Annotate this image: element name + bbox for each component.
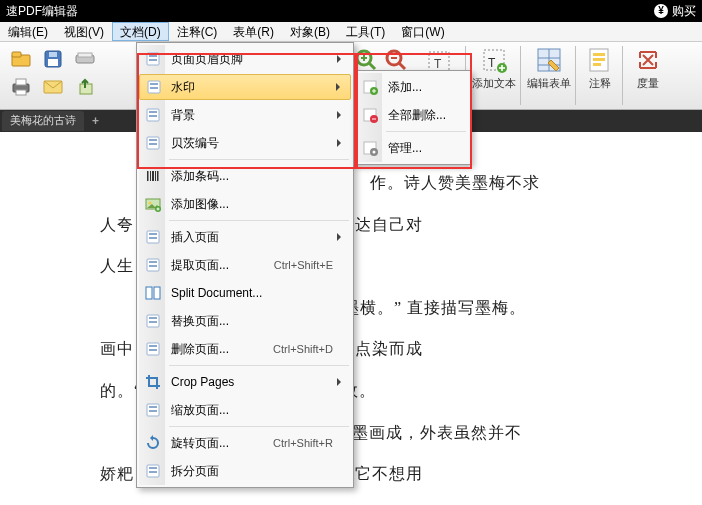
header-footer-icon [144,50,162,68]
svg-rect-1 [12,52,21,57]
extract-page-icon [144,256,162,274]
delete-page-icon [144,340,162,358]
svg-rect-8 [16,79,26,85]
title-bar: 速PDF编辑器 ¥ 购买 [0,0,702,22]
image-icon [144,195,162,213]
svg-rect-4 [49,52,57,57]
menu-item[interactable]: Split Document... [139,279,351,307]
menu-item-label: 背景 [171,107,351,124]
menu-separator [386,131,466,132]
open-icon[interactable] [8,48,34,70]
svg-rect-69 [149,349,157,351]
svg-rect-49 [155,171,156,181]
menu-shortcut: Ctrl+Shift+D [273,343,351,355]
menu-window[interactable]: 窗口(W) [393,22,452,41]
svg-line-13 [369,63,375,69]
svg-rect-58 [149,237,157,239]
edit-table-button[interactable]: 编辑表单 [525,42,573,110]
save-icon[interactable] [40,48,66,70]
menu-item[interactable]: 背景 [139,101,351,129]
menu-item[interactable]: 水印 [139,74,351,100]
svg-rect-74 [149,467,157,469]
svg-rect-33 [593,63,601,66]
print-icon[interactable] [8,76,34,98]
annotate-button[interactable]: 注释 [580,42,620,110]
svg-rect-38 [150,83,158,85]
menu-item[interactable]: 页面页眉页脚 [139,45,351,73]
tab-add-button[interactable]: + [84,114,107,128]
add-text-button[interactable]: T 添加文本 [470,42,518,110]
buy-label[interactable]: 购买 [672,0,696,22]
menu-form[interactable]: 表单(R) [225,22,282,41]
watermark-submenu: 添加...全部删除...管理... [353,70,471,165]
menu-item-label: 提取页面... [171,257,274,274]
menu-separator [169,159,349,160]
annotate-label: 注释 [589,76,611,91]
menu-item[interactable]: 添加图像... [139,190,351,218]
replace-page-icon [144,312,162,330]
menu-item-label: 缩放页面... [171,402,351,419]
svg-rect-41 [149,111,157,113]
menu-object[interactable]: 对象(B) [282,22,338,41]
menu-item-label: 添加图像... [171,196,351,213]
menu-item[interactable]: 删除页面...Ctrl+Shift+D [139,335,351,363]
measure-button[interactable]: 度量 [628,42,668,110]
svg-rect-6 [78,53,92,57]
crop-icon [144,373,162,391]
coin-icon: ¥ [654,4,668,18]
menu-item[interactable]: 插入页面 [139,223,351,251]
svg-text:T: T [488,56,496,70]
chevron-right-icon [337,111,345,119]
add-text-label: 添加文本 [472,76,516,91]
menu-item-label: 拆分页面 [171,463,351,480]
menu-edit[interactable]: 编辑(E) [0,22,56,41]
svg-rect-57 [149,233,157,235]
menu-tool[interactable]: 工具(T) [338,22,393,41]
export-icon[interactable] [72,76,98,98]
menu-separator [169,426,349,427]
svg-rect-45 [149,143,157,145]
menu-item[interactable]: 添加... [356,73,468,101]
scan-icon[interactable] [72,48,98,70]
menu-item[interactable]: 提取页面...Ctrl+Shift+E [139,251,351,279]
mail-icon[interactable] [40,76,66,98]
menu-item-label: 删除页面... [171,341,273,358]
menu-item[interactable]: Crop Pages [139,368,351,396]
insert-page-icon [144,228,162,246]
menu-item-label: Split Document... [171,286,351,300]
background-icon [144,106,162,124]
split-icon [144,284,162,302]
menu-item[interactable]: 旋转页面...Ctrl+Shift+R [139,429,351,457]
menu-separator [169,365,349,366]
svg-point-52 [149,202,152,205]
menu-item[interactable]: 拆分页面 [139,457,351,485]
svg-rect-47 [150,171,151,181]
menu-item[interactable]: 缩放页面... [139,396,351,424]
watermark-icon [145,78,163,96]
menu-item[interactable]: 贝茨编号 [139,129,351,157]
title-bar-right: ¥ 购买 [654,0,702,22]
svg-rect-71 [149,406,157,408]
menu-item[interactable]: 添加条码... [139,162,351,190]
menu-item[interactable]: 替换页面... [139,307,351,335]
tab-document[interactable]: 美梅花的古诗 [2,111,84,131]
menu-annotate[interactable]: 注释(C) [169,22,226,41]
chevron-right-icon [336,83,344,91]
svg-rect-48 [152,171,154,181]
svg-rect-9 [16,90,26,95]
svg-rect-42 [149,115,157,117]
svg-rect-63 [154,287,160,299]
rotate-icon [144,434,162,452]
svg-rect-39 [150,87,158,89]
menu-item[interactable]: 全部删除... [356,101,468,129]
menu-item-label: 插入页面 [171,229,351,246]
menu-item-label: 管理... [388,140,468,157]
svg-line-17 [399,63,405,69]
svg-rect-46 [147,171,149,181]
menu-item[interactable]: 管理... [356,134,468,162]
menu-bar: 编辑(E) 视图(V) 文档(D) 注释(C) 表单(R) 对象(B) 工具(T… [0,22,702,42]
menu-item-label: 贝茨编号 [171,135,351,152]
menu-view[interactable]: 视图(V) [56,22,112,41]
svg-rect-35 [149,55,157,57]
menu-document[interactable]: 文档(D) [112,22,169,41]
